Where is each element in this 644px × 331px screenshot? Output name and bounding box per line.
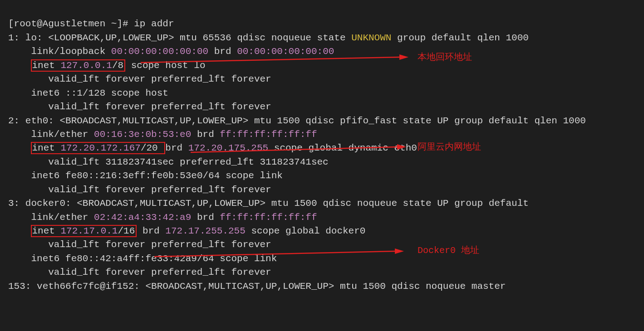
docker0-inet6-lft: valid_lft forever preferred_lft forever: [8, 267, 271, 277]
eth0-inet-lft: valid_lft 311823741sec preferred_lft 311…: [8, 157, 329, 167]
lo-inet: inet 127.0.0.1/8 scope host lo: [8, 59, 206, 72]
eth0-highlight: inet 172.20.172.167/20: [31, 142, 165, 154]
docker0-inet-lft: valid_lft forever preferred_lft forever: [8, 239, 271, 250]
docker0-inet6: inet6 fe80::42:a4ff:fe33:42a9/64 scope l…: [8, 253, 277, 264]
eth0-inet: inet 172.20.172.167/20 brd 172.20.175.25…: [8, 142, 417, 154]
lo-link: link/loopback 00:00:00:00:00:00 brd 00:0…: [8, 46, 334, 57]
iface-veth: 153: veth66fc7fc@if152: <BROADCAST,MULTI…: [8, 281, 506, 292]
annotation-docker: Docker0 地址: [418, 244, 479, 257]
eth0-inet6: inet6 fe80::216:3eff:fe0b:53e0/64 scope …: [8, 170, 283, 181]
lo-inet-lft: valid_lft forever preferred_lft forever: [8, 74, 271, 84]
lo-inet6-lft: valid_lft forever preferred_lft forever: [8, 102, 271, 112]
annotation-aliyun: 阿里云内网地址: [418, 141, 481, 154]
iface-docker0: 3: docker0: <BROADCAST,MULTICAST,UP,LOWE…: [8, 198, 529, 209]
eth0-inet6-lft: valid_lft forever preferred_lft forever: [8, 185, 271, 195]
prompt: [root@Agustletmen ~]# ip addr: [8, 19, 174, 29]
docker0-link: link/ether 02:42:a4:33:42:a9 brd ff:ff:f…: [8, 212, 317, 223]
annotation-loopback: 本地回环地址: [418, 51, 472, 64]
lo-inet6: inet6 ::1/128 scope host: [8, 88, 168, 98]
iface-lo: 1: lo: <LOOPBACK,UP,LOWER_UP> mtu 65536 …: [8, 33, 529, 43]
loopback-highlight: inet 127.0.0.1/8: [31, 59, 125, 72]
iface-eth0: 2: eth0: <BROADCAST,MULTICAST,UP,LOWER_U…: [8, 116, 586, 126]
eth0-link: link/ether 00:16:3e:0b:53:e0 brd ff:ff:f…: [8, 129, 317, 140]
docker0-inet: inet 172.17.0.1/16 brd 172.17.255.255 sc…: [8, 225, 365, 237]
docker0-highlight: inet 172.17.0.1/16: [31, 225, 137, 237]
terminal-output: [root@Agustletmen ~]# ip addr 1: lo: <LO…: [0, 0, 644, 297]
